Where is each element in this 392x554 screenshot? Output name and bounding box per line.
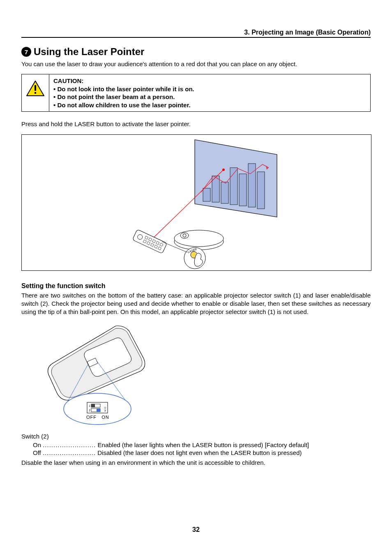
def-on-label: On (33, 441, 41, 448)
caution-box: CAUTION: Do not look into the laser poin… (21, 74, 371, 112)
caution-bullets: Do not look into the laser pointer while… (53, 85, 366, 109)
section-heading: 7 Using the Laser Pointer (21, 46, 371, 58)
switch-2-label: Switch (2) (21, 433, 371, 440)
definition-off: Off ......................... Disabled (… (33, 449, 371, 456)
caution-icon-cell (22, 74, 49, 102)
off-label: OFF (86, 415, 97, 420)
on-label: ON (101, 415, 109, 420)
caution-bullet: Do not look into the laser pointer while… (53, 85, 366, 93)
remote-back-svg: 1 2 O N (42, 322, 149, 429)
function-switch-heading: Setting the function switch (21, 282, 371, 290)
page-container: 3. Projecting an Image (Basic Operation)… (0, 0, 392, 554)
section-number-badge: 7 (21, 47, 31, 57)
switch-1-number: 1 (89, 404, 90, 407)
svg-point-15 (174, 230, 224, 247)
intro-paragraph: You can use the laser to draw your audie… (21, 60, 371, 68)
def-on-desc: Enabled (the laser lights when the LASER… (98, 441, 309, 448)
press-hold-text: Press and hold the LASER button to activ… (21, 120, 371, 128)
svg-rect-2 (35, 92, 36, 94)
chapter-title: 3. Projecting an Image (Basic Operation) (21, 29, 371, 37)
switch-2-number: 2 (89, 409, 90, 412)
svg-rect-41 (97, 409, 100, 412)
svg-rect-4 (203, 188, 210, 201)
svg-rect-1 (35, 85, 36, 91)
caution-bullet: Do not point the laser beam at a person. (53, 93, 366, 101)
svg-rect-9 (248, 164, 256, 207)
svg-rect-18 (132, 229, 167, 254)
svg-rect-39 (91, 404, 95, 407)
definition-on: On ......................... Enabled (th… (33, 441, 371, 448)
section-title: Using the Laser Pointer (34, 46, 144, 58)
page-number: 32 (0, 526, 392, 533)
svg-point-16 (180, 233, 189, 238)
def-off-desc: Disabled (the laser does not light even … (97, 449, 302, 456)
def-on-dots: ......................... (43, 441, 96, 448)
warning-icon (26, 80, 45, 97)
svg-rect-6 (221, 182, 228, 203)
laser-pointer-figure: LASER (21, 134, 371, 271)
svg-rect-8 (239, 174, 247, 206)
def-off-dots: ......................... (43, 449, 96, 456)
header-rule: 3. Projecting an Image (Basic Operation) (21, 29, 371, 38)
remote-back-figure: 1 2 O N OFF ON (42, 322, 149, 429)
disable-note: Disable the laser when using in an envir… (21, 459, 371, 467)
caution-bullet: Do not allow children to use the laser p… (53, 101, 366, 109)
switch-on-side-label-top: O (104, 407, 106, 409)
caution-text: CAUTION: Do not look into the laser poin… (49, 74, 370, 111)
svg-rect-10 (257, 172, 265, 209)
laser-diagram-svg: LASER (22, 135, 371, 270)
switch-on-side-label-bot: N (104, 410, 106, 411)
function-switch-paragraph: There are two switches on the bottom of … (21, 291, 371, 316)
def-off-label: Off (33, 449, 41, 456)
off-on-labels: OFF ON (86, 415, 109, 420)
caution-title: CAUTION: (53, 77, 366, 85)
